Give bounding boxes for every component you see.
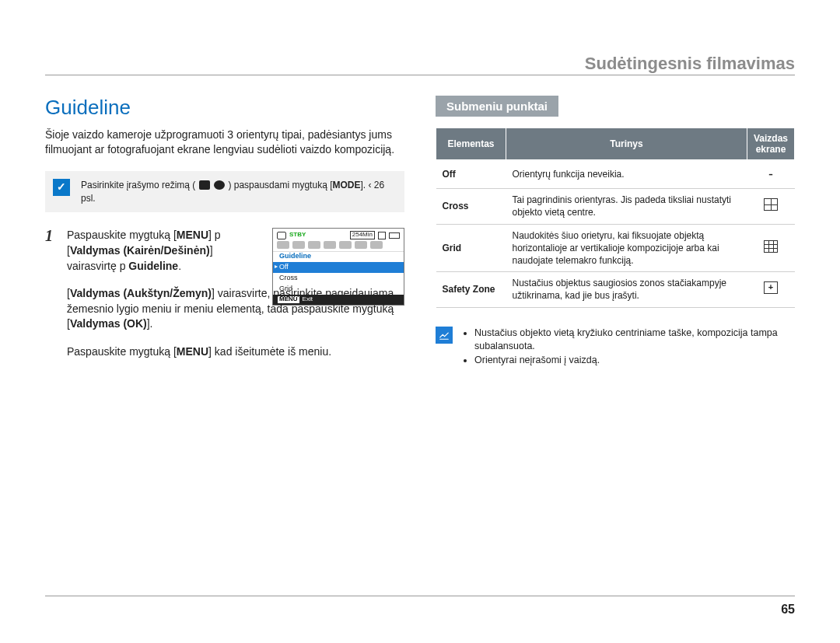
cell-elem: Safety Zone (436, 272, 506, 307)
lcd-icon-row (273, 241, 404, 251)
intro-text: Šioje vaizdo kameroje užprogramuoti 3 or… (45, 128, 404, 157)
grid-icon (764, 240, 778, 253)
table-row: Off Orientyrų funkcija neveikia. - (436, 160, 795, 189)
cell-elem: Grid (436, 224, 506, 272)
page-title: Guideline (45, 96, 404, 120)
tip-text-prefix: Pasirinkite įrašymo režimą ( (81, 180, 195, 190)
cell-icon (747, 272, 794, 307)
cell-icon: - (747, 160, 794, 189)
cell-elem: Cross (436, 189, 506, 224)
tip-box: Pasirinkite įrašymo režimą ( ) paspausda… (45, 171, 404, 213)
note-box: Nustačius objekto vietą kryžiuko centrin… (436, 327, 795, 368)
th-content: Turinys (506, 128, 747, 160)
th-icon: Vaizdas ekrane (747, 128, 794, 160)
safety-zone-icon (764, 281, 778, 294)
stby-label: STBY (289, 232, 306, 239)
step-number: 1 (45, 228, 59, 243)
battery-icon (389, 232, 400, 239)
check-icon (53, 179, 70, 196)
th-element: Elementas (436, 128, 506, 160)
cell-icon (747, 224, 794, 272)
step-1: 1 Paspauskite mygtuką [MENU] p [Valdymas… (45, 228, 404, 274)
note-list: Nustačius objekto vietą kryžiuko centrin… (460, 327, 795, 368)
step-body: Paspauskite mygtuką [MENU] kad išeitumėt… (67, 344, 404, 360)
rec-icon (277, 232, 286, 239)
cross-icon (764, 198, 778, 211)
section-title: Sudėtingesnis filmavimas (585, 54, 795, 74)
note-item: Orientyrai neįrašomi į vaizdą. (474, 354, 795, 368)
table-row: Safety Zone Nustačius objektus saugiosio… (436, 272, 795, 307)
right-column: Submeniu punktai Elementas Turinys Vaizd… (436, 96, 795, 372)
step-body: [Valdymas (Aukštyn/Žemyn)] vairasvirte, … (67, 286, 404, 332)
page-number: 65 (781, 603, 795, 617)
note-item: Nustačius objekto vietą kryžiuko centrin… (474, 327, 795, 354)
video-icon (199, 180, 210, 190)
bottom-rule (45, 596, 795, 596)
table-row: Grid Naudokitės šiuo orietyru, kai fiksu… (436, 224, 795, 272)
card-icon (378, 232, 386, 239)
cell-icon (747, 189, 794, 224)
cell-desc: Nustačius objektus saugiosios zonos stač… (506, 272, 747, 307)
step-3: Paspauskite mygtuką [MENU] kad išeitumėt… (45, 344, 404, 360)
step-2: [Valdymas (Aukštyn/Žemyn)] vairasvirte, … (45, 286, 404, 332)
lcd-menu-title: Guideline (273, 251, 404, 262)
steps-list: 1 Paspauskite mygtuką [MENU] p [Valdymas… (45, 228, 404, 359)
tip-text-mid: ) paspausdami mygtuką [ (228, 180, 332, 190)
cell-desc: Orientyrų funkcija neveikia. (506, 160, 747, 189)
lcd-row: Cross (273, 273, 404, 284)
tip-mode: MODE (332, 180, 360, 190)
submenu-table: Elementas Turinys Vaizdas ekrane Off Ori… (436, 128, 795, 308)
submenu-heading: Submeniu punktai (436, 96, 558, 117)
table-row: Cross Tai pagrindinis orientyras. Jis pa… (436, 189, 795, 224)
cell-elem: Off (436, 160, 506, 189)
note-icon (436, 327, 453, 344)
photo-icon (214, 180, 225, 190)
left-column: Guideline Šioje vaizdo kameroje užprogra… (45, 96, 404, 372)
cell-desc: Naudokitės šiuo orietyru, kai fiksuojate… (506, 224, 747, 272)
lcd-row-selected: Off (273, 262, 404, 273)
cell-desc: Tai pagrindinis orientyras. Jis padeda t… (506, 189, 747, 224)
time-label: 254Min (350, 231, 375, 239)
